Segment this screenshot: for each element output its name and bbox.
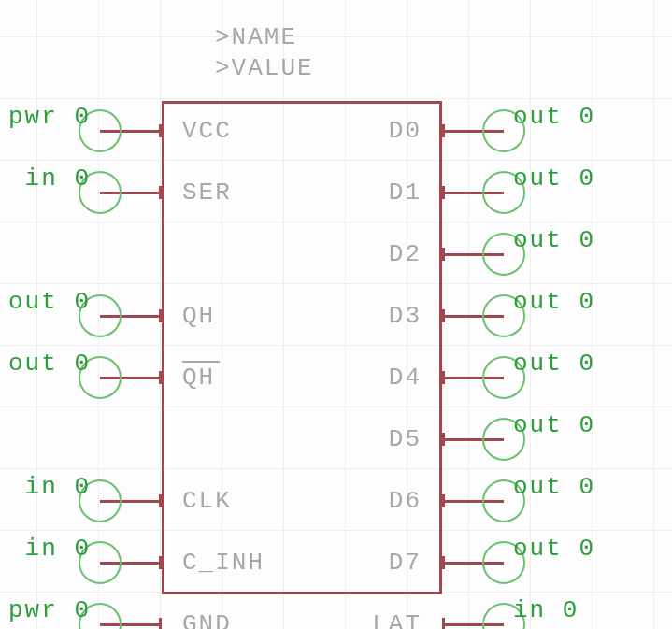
pin-net-label: out 0 xyxy=(513,164,595,193)
pin-tick xyxy=(442,371,445,384)
pin-tick xyxy=(442,309,445,322)
pin-net-label: out 0 xyxy=(513,535,595,563)
pin-net-label: out 0 xyxy=(513,411,595,439)
pin-net-label: out 0 xyxy=(513,473,595,501)
pin-net-label: in 0 xyxy=(25,535,91,563)
pin-tick xyxy=(442,433,445,446)
pin-net-label: out 0 xyxy=(513,226,595,254)
pin-tick xyxy=(442,556,445,569)
pin-net-label: pwr 0 xyxy=(8,103,91,131)
pin-internal-label: LAT xyxy=(372,610,422,629)
pin-internal-label: GND xyxy=(182,610,232,629)
pin-net-label: out 0 xyxy=(513,350,595,378)
ic-symbol-body xyxy=(162,101,442,594)
pin-tick xyxy=(442,124,445,137)
pin-tick xyxy=(442,248,445,261)
pin-tick xyxy=(442,494,445,507)
pin-tick xyxy=(442,618,445,629)
pin-net-label: out 0 xyxy=(8,288,91,316)
pin-tick xyxy=(159,618,162,629)
pin-net-label: pwr 0 xyxy=(8,596,91,624)
pin-tick xyxy=(442,186,445,199)
value-placeholder: >VALUE xyxy=(215,54,314,82)
pin-net-label: in 0 xyxy=(25,164,91,193)
pin-net-label: in 0 xyxy=(25,473,91,501)
pin-net-label: out 0 xyxy=(513,288,595,316)
pin-net-label: out 0 xyxy=(513,103,595,131)
name-placeholder: >NAME xyxy=(215,23,297,51)
pin-net-label: in 0 xyxy=(513,596,579,624)
pin-net-label: out 0 xyxy=(8,350,91,378)
